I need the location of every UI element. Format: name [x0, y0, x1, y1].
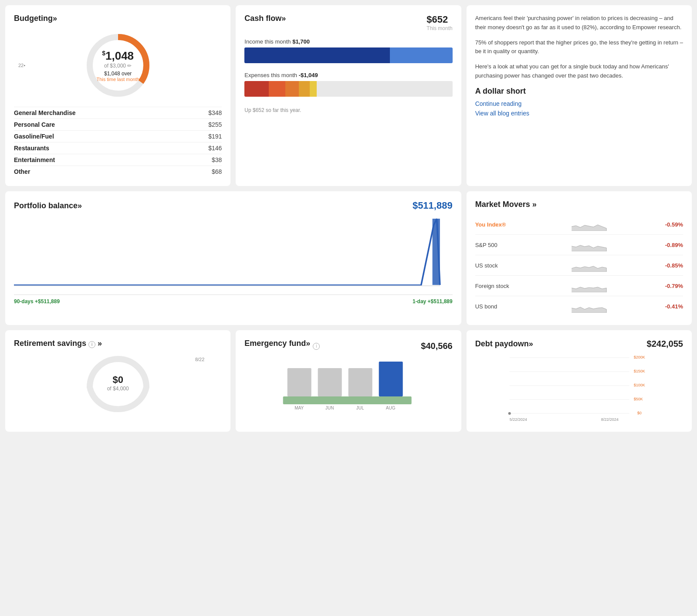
- cashflow-bar-yellow2: [310, 81, 317, 97]
- budget-item-name: Other: [14, 168, 30, 175]
- emergency-info-icon[interactable]: i: [313, 343, 320, 350]
- cashflow-header: Cash flow» $652 This month: [244, 14, 452, 31]
- market-card: Market Movers » You Index® -0.59% S&P 50…: [467, 191, 692, 325]
- portfolio-footer: 90-days +$511,889 1-day +$511,889: [14, 298, 453, 305]
- budget-item-value: $191: [208, 133, 222, 140]
- svg-text:$50K: $50K: [633, 397, 643, 401]
- svg-text:$0: $0: [637, 411, 641, 415]
- emergency-chart-svg: MAY JUN JUL AUG: [244, 359, 452, 412]
- cashflow-bar-yellow1: [299, 81, 310, 97]
- svg-rect-8: [379, 362, 403, 396]
- budget-item-name: Gasoline/Fuel: [14, 133, 54, 140]
- budget-item: Entertainment$38: [14, 154, 222, 166]
- svg-point-25: [508, 412, 511, 415]
- budget-item-name: Entertainment: [14, 156, 55, 163]
- svg-rect-7: [348, 368, 372, 396]
- svg-rect-4: [283, 396, 412, 404]
- budgeting-label-left: 22•: [18, 63, 25, 68]
- continue-reading-link[interactable]: Continue reading: [475, 100, 683, 107]
- portfolio-title[interactable]: Portfolio balance»: [14, 201, 82, 210]
- market-items-list: You Index® -0.59% S&P 500 -0.89% US stoc…: [475, 214, 683, 316]
- retirement-info-icon[interactable]: i: [88, 341, 95, 348]
- portfolio-1day: 1-day +$511,889: [413, 298, 453, 305]
- emergency-amount: $40,566: [421, 341, 452, 351]
- blog-text-2: 75% of shoppers report that the higher p…: [475, 38, 683, 57]
- cashflow-expense-label: Expenses this month -$1,049: [244, 72, 452, 78]
- svg-rect-5: [288, 368, 311, 396]
- blog-heading: A dollar short: [475, 87, 683, 96]
- market-item-change: -0.89%: [659, 242, 683, 248]
- market-item-name: You Index®: [475, 221, 519, 228]
- market-item: US bond -0.41%: [475, 296, 683, 316]
- debt-amount: $242,055: [647, 339, 683, 349]
- portfolio-header: Portfolio balance» $511,889: [14, 200, 453, 211]
- cashflow-footer: Up $652 so far this year.: [244, 107, 452, 113]
- market-item-name: Foreign stock: [475, 283, 519, 289]
- svg-text:5/22/2024: 5/22/2024: [509, 417, 527, 422]
- budget-item-value: $68: [212, 168, 222, 175]
- debt-title[interactable]: Debt paydown»: [475, 339, 533, 349]
- debt-chart-svg: $200K $150K $100K $50K $0 5/22/2024 8/22…: [475, 353, 683, 423]
- market-title[interactable]: Market Movers »: [475, 200, 683, 209]
- cashflow-expense-section: Expenses this month -$1,049: [244, 72, 452, 97]
- budgeting-title[interactable]: Budgeting»: [14, 14, 222, 23]
- market-item-name: US stock: [475, 262, 519, 269]
- portfolio-90-days: 90-days +$511,889: [14, 298, 60, 305]
- svg-text:JUL: JUL: [356, 406, 364, 410]
- svg-text:$200K: $200K: [633, 355, 645, 359]
- market-item-change: -0.41%: [659, 303, 683, 310]
- retirement-card: Retirement savings i » $0 of $4,000 8/22: [5, 330, 230, 432]
- retirement-date-label: 8/22: [195, 357, 204, 362]
- market-item: S&P 500 -0.89%: [475, 235, 683, 255]
- debt-header: Debt paydown» $242,055: [475, 339, 683, 349]
- svg-rect-6: [318, 368, 342, 396]
- market-item: US stock -0.85%: [475, 255, 683, 276]
- cashflow-right: $652 This month: [426, 14, 452, 31]
- budgeting-last-month: This time last month: [96, 77, 139, 82]
- cashflow-title[interactable]: Cash flow»: [244, 14, 286, 23]
- budgeting-of: of $3,000 ✏: [96, 63, 139, 69]
- market-sparkline-2: [523, 259, 655, 272]
- portfolio-card: Portfolio balance» $511,889 90-days +$51…: [5, 191, 461, 325]
- retirement-of: of $4,000: [107, 386, 129, 392]
- budget-item-value: $348: [208, 109, 222, 116]
- cashflow-income-section: Income this month $1,700: [244, 38, 452, 63]
- debt-card: Debt paydown» $242,055 $200K $150K $100K…: [467, 330, 692, 432]
- blog-card: Americans feel their 'purchasing power' …: [467, 5, 692, 186]
- market-item-name: S&P 500: [475, 242, 519, 248]
- market-item-change: -0.59%: [659, 221, 683, 228]
- cashflow-bar-orange2: [285, 81, 299, 97]
- market-item-name: US bond: [475, 303, 519, 310]
- budget-item: Other$68: [14, 166, 222, 177]
- svg-text:MAY: MAY: [295, 406, 304, 410]
- emergency-title[interactable]: Emergency fund»: [244, 339, 310, 348]
- emergency-card: Emergency fund» i $40,566 MAY JUN JUL AU…: [236, 330, 461, 432]
- retirement-donut: $0 of $4,000 8/22: [14, 352, 222, 413]
- svg-text:AUG: AUG: [386, 406, 396, 410]
- cashflow-income-dark: [244, 47, 390, 63]
- budget-item: Gasoline/Fuel$191: [14, 130, 222, 142]
- svg-text:$100K: $100K: [633, 383, 645, 387]
- budget-item: Restaurants$146: [14, 142, 222, 154]
- svg-text:JUN: JUN: [325, 406, 334, 410]
- cashflow-bar-empty: [317, 81, 453, 97]
- market-sparkline-3: [523, 279, 655, 292]
- cashflow-bar-red: [244, 81, 269, 97]
- market-sparkline-1: [523, 238, 655, 251]
- blog-text-3: Here's a look at what you can get for a …: [475, 62, 683, 81]
- budgeting-donut-container: $1,048 of $3,000 ✏ $1,048 over This time…: [14, 28, 222, 102]
- cashflow-income-label: Income this month $1,700: [244, 38, 452, 45]
- cashflow-bar-orange1: [269, 81, 285, 97]
- svg-rect-3: [433, 219, 440, 285]
- market-sparkline-0: [523, 218, 655, 231]
- emergency-chart: MAY JUN JUL AUG: [244, 359, 452, 412]
- budget-item-value: $146: [208, 145, 222, 152]
- market-sparkline-4: [523, 300, 655, 313]
- budget-item-value: $255: [208, 121, 222, 128]
- budget-item-name: Personal Care: [14, 121, 55, 128]
- cashflow-income-light: [390, 47, 452, 63]
- portfolio-chart: [14, 217, 453, 295]
- view-all-link[interactable]: View all blog entries: [475, 110, 683, 117]
- market-item: Foreign stock -0.79%: [475, 276, 683, 296]
- budgeting-card: Budgeting» $1,048 of $3,000 ✏ $1,048 ove…: [5, 5, 230, 186]
